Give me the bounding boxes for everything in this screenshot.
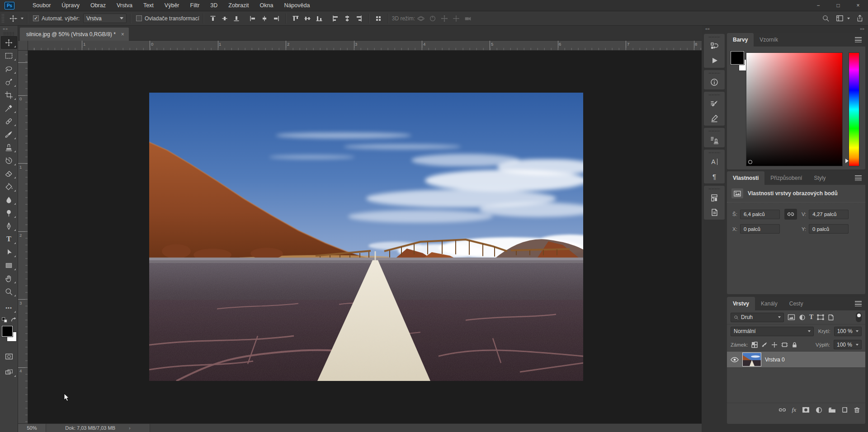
expand-dock-icon[interactable]: »» xyxy=(860,27,864,33)
lock-all-icon[interactable] xyxy=(792,342,797,348)
tab-vrstvy[interactable]: Vrstvy xyxy=(727,297,755,310)
opacity-field[interactable]: 100 % xyxy=(834,327,862,336)
layer-thumbnail[interactable] xyxy=(742,352,761,366)
menu-obraz[interactable]: Obraz xyxy=(85,0,111,11)
layer-effects-icon[interactable]: fx xyxy=(792,406,796,413)
tab-barvy[interactable]: Barvy xyxy=(727,33,754,47)
delete-layer-icon[interactable] xyxy=(854,407,860,413)
lock-pixels-icon[interactable] xyxy=(761,342,768,348)
hue-slider-marker[interactable] xyxy=(845,159,849,163)
menu-text[interactable]: Text xyxy=(138,0,159,11)
dodge-tool[interactable] xyxy=(1,207,17,219)
eraser-tool[interactable] xyxy=(1,167,17,180)
saturation-brightness-field[interactable] xyxy=(746,53,842,166)
tools-collapse-button[interactable]: »» xyxy=(0,26,18,32)
new-group-icon[interactable] xyxy=(828,407,836,413)
distribute-spacing-icon[interactable] xyxy=(373,13,384,24)
distribute-bottom-icon[interactable] xyxy=(313,13,325,24)
align-right-edges-icon[interactable] xyxy=(270,13,282,24)
screen-mode-button[interactable] xyxy=(1,366,17,378)
blur-tool[interactable] xyxy=(1,193,17,206)
type-tool[interactable]: T xyxy=(1,233,17,245)
lock-artboard-icon[interactable] xyxy=(781,342,788,348)
lock-transparency-icon[interactable] xyxy=(751,342,758,348)
distribute-horizontal-icon[interactable] xyxy=(341,13,353,24)
fill-field[interactable]: 100 % xyxy=(834,340,862,349)
menu-zobrazit[interactable]: Zobrazit xyxy=(223,0,254,11)
align-vertical-centers-icon[interactable] xyxy=(219,13,231,24)
filter-pixel-layers-icon[interactable] xyxy=(788,314,795,320)
share-icon[interactable] xyxy=(856,14,863,22)
quick-mask-button[interactable] xyxy=(1,350,17,363)
minimize-button[interactable]: − xyxy=(808,0,828,11)
history-brush-tool[interactable] xyxy=(1,154,17,167)
edit-toolbar-button[interactable]: ••• xyxy=(1,301,17,314)
rectangle-tool[interactable] xyxy=(1,259,17,272)
x-field[interactable]: 0 palců xyxy=(740,224,780,234)
horizontal-ruler[interactable]: 1 0 1 2 3 4 5 6 7 8 xyxy=(28,41,702,51)
menu-vrstva[interactable]: Vrstva xyxy=(111,0,138,11)
new-adjustment-layer-icon[interactable] xyxy=(816,407,822,413)
height-field[interactable]: 4,27 palců xyxy=(809,210,849,219)
tab-close-icon[interactable]: × xyxy=(121,31,124,38)
default-colors-icon[interactable] xyxy=(1,317,8,323)
color-picker-marker[interactable] xyxy=(748,160,752,164)
swap-colors-icon[interactable] xyxy=(10,317,17,323)
layer-visibility-eye-icon[interactable] xyxy=(731,357,739,362)
brush-tool[interactable] xyxy=(1,128,17,141)
menu-soubor[interactable]: Soubor xyxy=(27,0,56,11)
lock-position-icon[interactable] xyxy=(771,342,778,348)
tab-cesty[interactable]: Cesty xyxy=(783,297,809,310)
filter-type-layers-icon[interactable]: T xyxy=(809,314,813,321)
layer-name[interactable]: Vrstva 0 xyxy=(765,357,785,363)
transform-controls-checkbox[interactable]: ✓ xyxy=(136,15,142,21)
clone-stamp-tool[interactable] xyxy=(1,141,17,154)
close-button[interactable]: × xyxy=(848,0,868,11)
collapse-dock-icon[interactable]: «« xyxy=(705,27,710,33)
panel-menu-icon[interactable] xyxy=(855,174,862,182)
menu-okna[interactable]: Okna xyxy=(254,0,278,11)
lasso-tool[interactable] xyxy=(1,62,17,75)
quick-selection-tool[interactable] xyxy=(1,75,17,88)
paragraph-panel-icon[interactable]: ¶ xyxy=(704,169,725,183)
link-dimensions-icon[interactable] xyxy=(784,209,797,220)
tab-kanaly[interactable]: Kanály xyxy=(755,297,783,310)
libraries-panel-icon[interactable] xyxy=(704,191,725,205)
vertical-ruler[interactable]: 0 1 2 3 4 xyxy=(18,51,28,423)
tab-vlastnosti[interactable]: Vlastnosti xyxy=(727,171,764,185)
align-top-edges-icon[interactable] xyxy=(207,13,219,24)
distribute-top-icon[interactable] xyxy=(290,13,302,24)
panel-menu-icon[interactable] xyxy=(855,36,862,43)
actions-panel-icon[interactable] xyxy=(704,53,725,68)
layer-filter-dropdown[interactable]: Druh xyxy=(731,313,784,322)
canvas-viewport[interactable] xyxy=(28,51,702,423)
add-layer-mask-icon[interactable] xyxy=(802,407,810,413)
menu-filtr[interactable]: Filtr xyxy=(185,0,205,11)
layer-row[interactable]: Vrstva 0 xyxy=(727,352,865,368)
crop-tool[interactable] xyxy=(1,89,17,101)
layer-filtering-toggle[interactable] xyxy=(856,312,862,322)
search-icon[interactable] xyxy=(822,14,830,22)
new-layer-icon[interactable] xyxy=(842,407,848,413)
move-tool-preset-icon[interactable] xyxy=(7,13,19,24)
filter-smart-objects-icon[interactable] xyxy=(828,314,834,321)
tab-vzornik[interactable]: Vzorník xyxy=(754,33,784,47)
menu-3d[interactable]: 3D xyxy=(205,0,223,11)
character-panel-icon[interactable]: A xyxy=(704,155,725,169)
ruler-corner[interactable] xyxy=(18,41,28,51)
document-size-cell[interactable]: Dok: 7,03 MB/7,03 MB › xyxy=(46,424,150,432)
panel-menu-icon[interactable] xyxy=(855,300,862,307)
align-left-edges-icon[interactable] xyxy=(247,13,259,24)
pen-tool[interactable] xyxy=(1,220,17,232)
filter-adjustment-layers-icon[interactable] xyxy=(799,314,806,321)
eyedropper-tool[interactable] xyxy=(1,102,17,114)
notes-panel-icon[interactable] xyxy=(704,205,725,220)
status-chevron-icon[interactable]: › xyxy=(129,425,131,431)
path-selection-tool[interactable] xyxy=(1,246,17,258)
auto-select-checkbox[interactable]: ✓ xyxy=(33,15,39,21)
distribute-right-icon[interactable] xyxy=(353,13,365,24)
link-layers-icon[interactable] xyxy=(778,408,786,412)
auto-select-dropdown[interactable]: Vrstva xyxy=(83,14,127,23)
spot-healing-brush-tool[interactable] xyxy=(1,115,17,127)
maximize-button[interactable]: □ xyxy=(828,0,848,11)
